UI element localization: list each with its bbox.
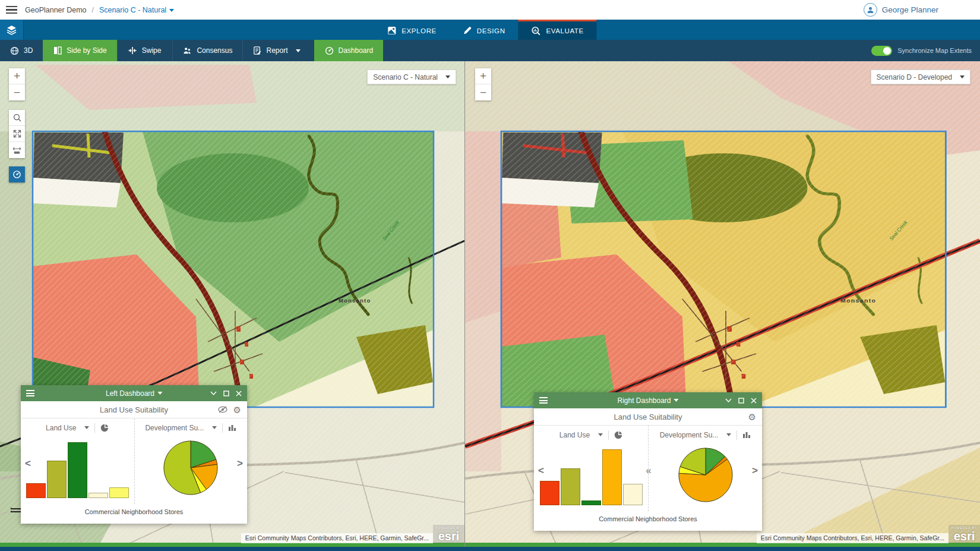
3d-button[interactable]: 3D — [0, 40, 43, 61]
attribution-text: Esri Community Maps Contributors, Esri, … — [241, 533, 433, 543]
design-pen-icon — [463, 26, 472, 35]
side-by-side-button[interactable]: Side by Side — [43, 40, 116, 61]
pie-chart-zone — [649, 442, 762, 511]
swipe-icon — [128, 46, 137, 55]
swipe-button[interactable]: Swipe — [117, 40, 172, 61]
scenario-breadcrumb-menu[interactable]: Scenario C - Natural — [99, 6, 174, 14]
globe-icon — [10, 46, 19, 55]
right-dashboard-title-menu[interactable]: Right Dashboard — [617, 396, 678, 405]
collapse-widgets-arrow[interactable]: « — [646, 465, 650, 477]
chevron-down-icon — [445, 75, 450, 78]
map-compare-container: Monsanto Seal Creek + − — [0, 61, 980, 547]
close-icon[interactable] — [751, 398, 757, 404]
bottom-bar — [0, 547, 980, 551]
close-icon[interactable] — [236, 391, 242, 396]
window-controls — [725, 398, 757, 404]
pie-chart-icon[interactable] — [100, 424, 109, 432]
bar-yellow — [109, 487, 129, 498]
bar-chart-icon[interactable] — [742, 431, 751, 439]
left-scenario-selector[interactable]: Scenario C - Natural — [367, 70, 456, 84]
user-menu[interactable]: George Planner — [864, 3, 980, 17]
dashboard-gauge-icon — [12, 170, 21, 179]
bar-dark-green — [581, 500, 601, 505]
dashboard-button[interactable]: Dashboard — [314, 40, 384, 61]
panel-title: Land Use Suitability — [100, 405, 168, 414]
left-dashboard-title-menu[interactable]: Left Dashboard — [106, 389, 162, 398]
left-dashboard-panel: Left Dashboard Land Use Suitability ⚙ — [21, 385, 247, 524]
collapse-icon[interactable] — [210, 391, 217, 396]
bar-red — [26, 483, 46, 498]
synchronize-map-extents-toggle[interactable] — [871, 46, 892, 56]
development-suitability-widget: Development Su... — [648, 426, 762, 511]
land-use-bar-chart[interactable] — [26, 441, 129, 498]
extent-sync-button[interactable] — [9, 142, 25, 158]
widget-selector[interactable]: Land Use — [559, 431, 590, 439]
previous-widget-arrow[interactable]: < — [538, 465, 544, 477]
tab-evaluate[interactable]: EVALUATE — [519, 20, 597, 40]
left-dashboard-header[interactable]: Left Dashboard — [21, 385, 247, 401]
gear-icon[interactable]: ⚙ — [233, 405, 241, 414]
maximize-icon[interactable] — [223, 391, 229, 396]
dashboard-menu-icon[interactable] — [26, 390, 34, 396]
bar-chart-icon[interactable] — [228, 424, 236, 432]
zoom-in-button[interactable]: + — [9, 68, 25, 84]
bar-chart-zone — [534, 442, 648, 511]
gear-icon[interactable]: ⚙ — [748, 413, 756, 421]
visibility-icon[interactable] — [218, 406, 227, 413]
tab-design[interactable]: DESIGN — [450, 20, 519, 40]
sync-extents-control: Synchronize Map Extents — [871, 40, 980, 61]
right-dashboard-header[interactable]: Right Dashboard — [534, 392, 762, 408]
evaluate-toolbar: 3D Side by Side Swipe Consensus Report D… — [0, 40, 980, 61]
window-controls — [210, 391, 242, 396]
next-widget-arrow[interactable]: > — [237, 458, 243, 470]
main-menu-icon[interactable] — [0, 6, 23, 14]
chevron-down-icon — [157, 392, 162, 395]
land-use-bar-chart[interactable] — [540, 448, 643, 505]
dashboard-toggle-button[interactable] — [9, 166, 25, 182]
widget-selector[interactable]: Development Su... — [145, 424, 204, 432]
next-widget-arrow[interactable]: > — [752, 465, 758, 477]
dashboard-footer-label: Commercial Neighborhood Stores — [534, 511, 762, 531]
map-attribution: Esri Community Maps Contributors, Esri, … — [757, 525, 980, 543]
widget-header: Land Use — [46, 420, 109, 435]
right-map: Monsanto Seal Creek + − Scenario D - Dev… — [464, 61, 980, 547]
previous-widget-arrow[interactable]: < — [25, 458, 31, 470]
bar-amber — [602, 449, 622, 505]
toggle-knob — [883, 47, 891, 55]
right-dashboard-panel: Right Dashboard Land Use Suitability ⚙ — [534, 392, 762, 531]
zoom-out-button[interactable]: − — [475, 84, 491, 100]
extent-arrows-icon — [12, 146, 21, 155]
zoom-in-button[interactable]: + — [475, 68, 491, 84]
development-suitability-pie-chart[interactable] — [162, 439, 220, 497]
maximize-icon[interactable] — [738, 398, 744, 404]
chevron-down-icon — [84, 426, 89, 429]
dashboard-widgets: < Land Use Dev — [534, 426, 762, 511]
widget-header: Development Su... — [145, 420, 236, 435]
layers-button[interactable] — [0, 20, 24, 40]
dashboard-menu-icon[interactable] — [539, 397, 548, 404]
development-suitability-widget: Development Su... — [134, 418, 248, 504]
pie-chart-icon[interactable] — [614, 431, 622, 439]
search-button[interactable] — [9, 110, 25, 126]
full-extent-button[interactable] — [9, 126, 25, 142]
zoom-controls: + − — [9, 68, 25, 100]
right-scenario-selector[interactable]: Scenario D - Developed — [871, 70, 970, 84]
pie-chart-zone — [135, 435, 248, 504]
breadcrumb-separator: / — [92, 6, 94, 14]
widget-selector[interactable]: Land Use — [46, 424, 76, 432]
map-tools — [9, 110, 25, 158]
report-button[interactable]: Report — [242, 40, 310, 61]
land-use-widget: Land Use — [534, 426, 648, 511]
consensus-button[interactable]: Consensus — [172, 40, 242, 61]
bar-cream — [88, 493, 108, 498]
report-icon — [253, 46, 261, 55]
widget-selector[interactable]: Development Su... — [660, 431, 719, 439]
collapse-icon[interactable] — [725, 398, 732, 403]
user-name: George Planner — [882, 5, 938, 14]
evaluate-icon — [532, 26, 541, 36]
tab-explore[interactable]: EXPLORE — [374, 20, 450, 40]
development-suitability-pie-chart[interactable] — [676, 446, 735, 504]
zoom-out-button[interactable]: − — [9, 84, 25, 100]
primary-nav-bar: EXPLORE DESIGN EVALUATE — [0, 20, 980, 40]
bar-olive — [561, 468, 580, 505]
